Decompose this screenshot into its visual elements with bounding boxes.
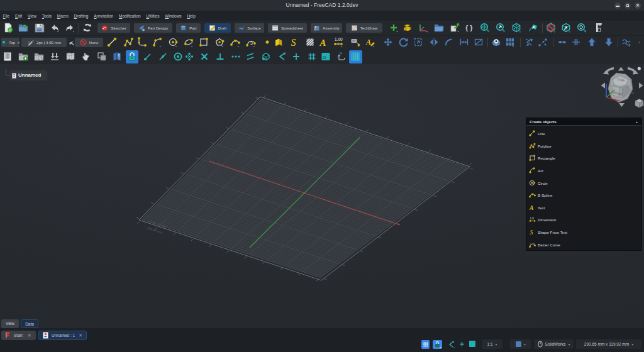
svg-text:A: A: [319, 38, 326, 48]
svg-text:S: S: [530, 229, 533, 236]
svg-text:{ }: { }: [465, 24, 473, 31]
svg-text:X: X: [340, 52, 342, 55]
svg-text:Y: Y: [337, 55, 340, 59]
svg-text:1.0: 1.0: [530, 217, 535, 220]
svg-text:A: A: [365, 38, 371, 47]
svg-text:3: 3: [250, 41, 253, 45]
svg-text:1.00: 1.00: [335, 37, 343, 41]
svg-text:S: S: [291, 37, 296, 47]
svg-text:A: A: [529, 205, 533, 211]
